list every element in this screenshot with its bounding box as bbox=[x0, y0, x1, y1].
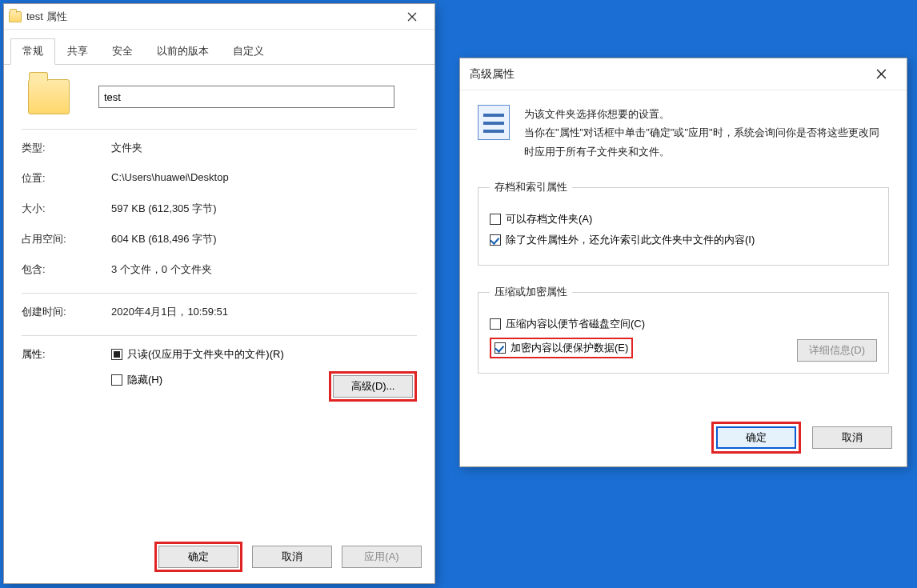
highlight-box: 加密内容以便保护数据(E) bbox=[490, 338, 633, 358]
checkbox-checked-icon bbox=[495, 342, 506, 354]
compress-label: 压缩内容以便节省磁盘空间(C) bbox=[506, 317, 645, 331]
close-icon[interactable] bbox=[865, 62, 897, 86]
tab-custom[interactable]: 自定义 bbox=[221, 38, 276, 65]
archive-label: 可以存档文件夹(A) bbox=[506, 212, 592, 226]
ok-button[interactable]: 确定 bbox=[716, 426, 796, 449]
tab-security[interactable]: 安全 bbox=[100, 38, 145, 65]
label-size-on-disk: 占用空间: bbox=[22, 232, 111, 246]
compress-checkbox[interactable]: 压缩内容以便节省磁盘空间(C) bbox=[490, 317, 877, 331]
checkbox-icon bbox=[490, 318, 501, 330]
advanced-intro-1: 为该文件夹选择你想要的设置。 bbox=[524, 105, 889, 123]
value-location: C:\Users\huawei\Desktop bbox=[111, 171, 229, 186]
separator bbox=[22, 129, 417, 130]
advanced-intro-2: 当你在"属性"对话框中单击"确定"或"应用"时，系统会询问你是否将这些更改同时应… bbox=[524, 123, 889, 161]
folder-name-input[interactable] bbox=[98, 86, 394, 108]
tab-general[interactable]: 常规 bbox=[10, 38, 55, 65]
archive-index-legend: 存档和索引属性 bbox=[490, 180, 572, 194]
archive-checkbox[interactable]: 可以存档文件夹(A) bbox=[490, 212, 877, 226]
tab-sharing[interactable]: 共享 bbox=[55, 38, 100, 65]
separator bbox=[22, 335, 417, 336]
properties-tabs: 常规 共享 安全 以前的版本 自定义 bbox=[4, 33, 434, 65]
advanced-titlebar[interactable]: 高级属性 bbox=[460, 58, 907, 90]
ok-button[interactable]: 确定 bbox=[158, 546, 238, 568]
checkbox-icon bbox=[111, 374, 122, 386]
highlight-box: 确定 bbox=[711, 422, 801, 454]
encrypt-checkbox[interactable]: 加密内容以便保护数据(E) bbox=[511, 341, 628, 355]
highlight-box: 高级(D)... bbox=[329, 371, 417, 402]
advanced-button[interactable]: 高级(D)... bbox=[333, 375, 413, 398]
compress-encrypt-legend: 压缩或加密属性 bbox=[490, 285, 572, 299]
properties-titlebar[interactable]: test 属性 bbox=[4, 4, 434, 30]
highlight-box: 确定 bbox=[154, 542, 242, 572]
index-checkbox[interactable]: 除了文件属性外，还允许索引此文件夹中文件的内容(I) bbox=[490, 233, 877, 247]
properties-footer: 确定 取消 应用(A) bbox=[4, 532, 434, 583]
tristate-icon bbox=[111, 349, 122, 360]
label-type: 类型: bbox=[22, 141, 111, 155]
properties-body: 类型:文件夹 位置:C:\Users\huawei\Desktop 大小:597… bbox=[4, 65, 434, 410]
value-size: 597 KB (612,305 字节) bbox=[111, 202, 217, 216]
properties-dialog: test 属性 常规 共享 安全 以前的版本 自定义 类型:文件夹 位置:C:\… bbox=[3, 3, 435, 584]
details-button[interactable]: 详细信息(D) bbox=[797, 339, 877, 362]
compress-encrypt-group: 压缩或加密属性 压缩内容以便节省磁盘空间(C) 加密内容以便保护数据(E) 详细… bbox=[478, 285, 889, 374]
window-title: test 属性 bbox=[26, 10, 394, 24]
index-label: 除了文件属性外，还允许索引此文件夹中文件的内容(I) bbox=[506, 233, 755, 247]
label-contains: 包含: bbox=[22, 262, 111, 277]
readonly-label: 只读(仅应用于文件夹中的文件)(R) bbox=[127, 347, 284, 362]
label-attributes: 属性: bbox=[22, 347, 111, 402]
close-icon[interactable] bbox=[394, 6, 430, 28]
value-size-on-disk: 604 KB (618,496 字节) bbox=[111, 232, 217, 246]
cancel-button[interactable]: 取消 bbox=[812, 426, 892, 449]
archive-index-group: 存档和索引属性 可以存档文件夹(A) 除了文件属性外，还允许索引此文件夹中文件的… bbox=[478, 180, 889, 266]
encrypt-label: 加密内容以便保护数据(E) bbox=[511, 342, 628, 354]
value-created: 2020年4月1日，10:59:51 bbox=[111, 305, 228, 319]
folder-large-icon bbox=[28, 79, 70, 114]
advanced-title: 高级属性 bbox=[470, 67, 865, 82]
folder-icon bbox=[9, 11, 22, 22]
label-location: 位置: bbox=[22, 171, 111, 186]
readonly-checkbox-row[interactable]: 只读(仅应用于文件夹中的文件)(R) bbox=[111, 347, 417, 362]
checkbox-checked-icon bbox=[490, 234, 501, 246]
cancel-button[interactable]: 取消 bbox=[252, 546, 332, 568]
checklist-icon bbox=[478, 105, 510, 140]
separator bbox=[22, 293, 417, 294]
hidden-label: 隐藏(H) bbox=[127, 373, 162, 387]
value-type: 文件夹 bbox=[111, 141, 142, 155]
advanced-body: 为该文件夹选择你想要的设置。 当你在"属性"对话框中单击"确定"或"应用"时，系… bbox=[460, 90, 907, 382]
advanced-attributes-dialog: 高级属性 为该文件夹选择你想要的设置。 当你在"属性"对话框中单击"确定"或"应… bbox=[459, 58, 907, 467]
advanced-footer: 确定 取消 bbox=[460, 410, 907, 466]
checkbox-icon bbox=[490, 214, 501, 225]
tab-previous[interactable]: 以前的版本 bbox=[145, 38, 221, 65]
label-created: 创建时间: bbox=[22, 305, 111, 319]
apply-button[interactable]: 应用(A) bbox=[342, 546, 422, 568]
label-size: 大小: bbox=[22, 202, 111, 216]
value-contains: 3 个文件，0 个文件夹 bbox=[111, 262, 212, 277]
